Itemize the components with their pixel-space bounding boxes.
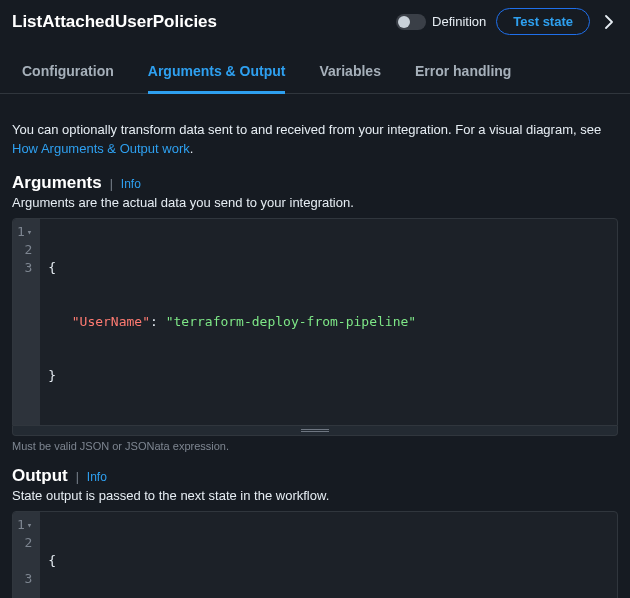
output-info-link[interactable]: Info bbox=[87, 470, 107, 484]
chevron-right-icon bbox=[605, 15, 613, 29]
output-description: State output is passed to the next state… bbox=[12, 488, 618, 503]
intro-link[interactable]: How Arguments & Output work bbox=[12, 141, 190, 156]
output-heading: Output bbox=[12, 466, 68, 486]
definition-toggle-label: Definition bbox=[432, 14, 486, 29]
output-code[interactable]: { "policyAttached": "{% 'arn:aws:iam::aw… bbox=[40, 512, 617, 598]
tab-variables[interactable]: Variables bbox=[319, 53, 381, 94]
collapse-panel-button[interactable] bbox=[600, 13, 618, 31]
toggle-track bbox=[396, 14, 426, 30]
arguments-info-link[interactable]: Info bbox=[121, 177, 141, 191]
arguments-hint: Must be valid JSON or JSONata expression… bbox=[12, 440, 618, 452]
fold-icon[interactable]: ▾ bbox=[27, 521, 32, 530]
arguments-code-editor[interactable]: 1▾ 2 3 { "UserName": "terraform-deploy-f… bbox=[12, 218, 618, 426]
tab-bar: Configuration Arguments & Output Variabl… bbox=[0, 41, 630, 94]
arguments-code[interactable]: { "UserName": "terraform-deploy-from-pip… bbox=[40, 219, 617, 425]
gutter: 1▾ 2 3 bbox=[13, 512, 40, 598]
definition-toggle[interactable]: Definition bbox=[396, 14, 486, 30]
divider: | bbox=[110, 177, 113, 191]
arguments-heading: Arguments bbox=[12, 173, 102, 193]
gutter: 1▾ 2 3 bbox=[13, 219, 40, 425]
output-code-editor[interactable]: 1▾ 2 3 { "policyAttached": "{% 'arn:aws:… bbox=[12, 511, 618, 598]
test-state-button[interactable]: Test state bbox=[496, 8, 590, 35]
intro-text: You can optionally transform data sent t… bbox=[12, 121, 618, 159]
arguments-description: Arguments are the actual data you send t… bbox=[12, 195, 618, 210]
intro-body: You can optionally transform data sent t… bbox=[12, 122, 601, 137]
arguments-resize-handle[interactable] bbox=[12, 426, 618, 436]
divider: | bbox=[76, 470, 79, 484]
tab-arguments-output[interactable]: Arguments & Output bbox=[148, 53, 286, 94]
tab-configuration[interactable]: Configuration bbox=[22, 53, 114, 94]
intro-period: . bbox=[190, 141, 194, 156]
tab-error-handling[interactable]: Error handling bbox=[415, 53, 511, 94]
fold-icon[interactable]: ▾ bbox=[27, 228, 32, 237]
page-title: ListAttachedUserPolicies bbox=[12, 12, 386, 32]
